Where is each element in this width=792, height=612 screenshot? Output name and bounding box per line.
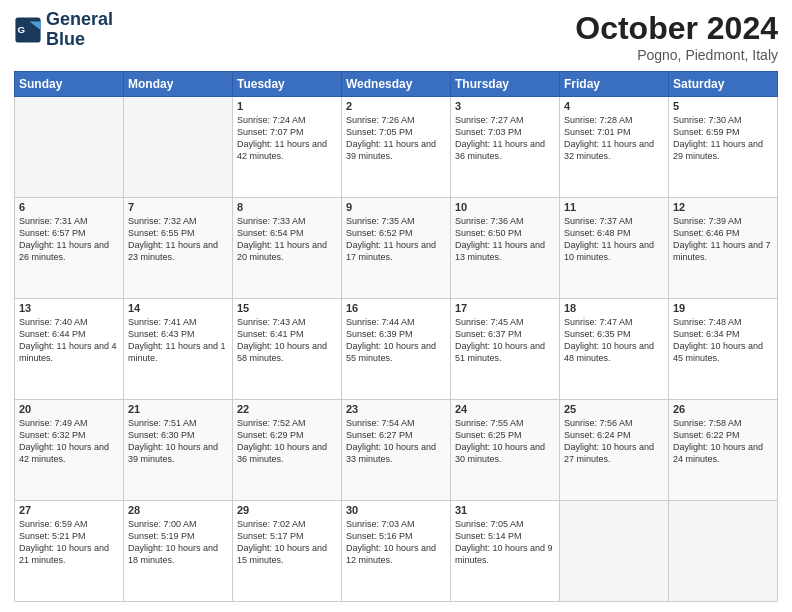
table-row: 29Sunrise: 7:02 AM Sunset: 5:17 PM Dayli… xyxy=(233,501,342,602)
cell-info: Sunrise: 7:39 AM Sunset: 6:46 PM Dayligh… xyxy=(673,215,773,264)
cell-info: Sunrise: 7:36 AM Sunset: 6:50 PM Dayligh… xyxy=(455,215,555,264)
day-number: 22 xyxy=(237,403,337,415)
calendar-week-row: 20Sunrise: 7:49 AM Sunset: 6:32 PM Dayli… xyxy=(15,400,778,501)
cell-info: Sunrise: 7:56 AM Sunset: 6:24 PM Dayligh… xyxy=(564,417,664,466)
cell-info: Sunrise: 7:37 AM Sunset: 6:48 PM Dayligh… xyxy=(564,215,664,264)
cell-info: Sunrise: 7:58 AM Sunset: 6:22 PM Dayligh… xyxy=(673,417,773,466)
table-row: 1Sunrise: 7:24 AM Sunset: 7:07 PM Daylig… xyxy=(233,97,342,198)
day-number: 6 xyxy=(19,201,119,213)
table-row: 20Sunrise: 7:49 AM Sunset: 6:32 PM Dayli… xyxy=(15,400,124,501)
cell-info: Sunrise: 7:27 AM Sunset: 7:03 PM Dayligh… xyxy=(455,114,555,163)
table-row: 12Sunrise: 7:39 AM Sunset: 6:46 PM Dayli… xyxy=(669,198,778,299)
table-row: 28Sunrise: 7:00 AM Sunset: 5:19 PM Dayli… xyxy=(124,501,233,602)
cell-info: Sunrise: 7:24 AM Sunset: 7:07 PM Dayligh… xyxy=(237,114,337,163)
table-row: 30Sunrise: 7:03 AM Sunset: 5:16 PM Dayli… xyxy=(342,501,451,602)
day-number: 21 xyxy=(128,403,228,415)
table-row xyxy=(669,501,778,602)
table-row xyxy=(124,97,233,198)
table-row: 8Sunrise: 7:33 AM Sunset: 6:54 PM Daylig… xyxy=(233,198,342,299)
table-row: 21Sunrise: 7:51 AM Sunset: 6:30 PM Dayli… xyxy=(124,400,233,501)
day-number: 29 xyxy=(237,504,337,516)
cell-info: Sunrise: 7:51 AM Sunset: 6:30 PM Dayligh… xyxy=(128,417,228,466)
col-thursday: Thursday xyxy=(451,72,560,97)
col-monday: Monday xyxy=(124,72,233,97)
day-number: 15 xyxy=(237,302,337,314)
table-row: 27Sunrise: 6:59 AM Sunset: 5:21 PM Dayli… xyxy=(15,501,124,602)
cell-info: Sunrise: 7:03 AM Sunset: 5:16 PM Dayligh… xyxy=(346,518,446,567)
cell-info: Sunrise: 7:44 AM Sunset: 6:39 PM Dayligh… xyxy=(346,316,446,365)
table-row: 19Sunrise: 7:48 AM Sunset: 6:34 PM Dayli… xyxy=(669,299,778,400)
cell-info: Sunrise: 7:55 AM Sunset: 6:25 PM Dayligh… xyxy=(455,417,555,466)
day-number: 4 xyxy=(564,100,664,112)
header: G GeneralBlue October 2024 Pogno, Piedmo… xyxy=(14,10,778,63)
cell-info: Sunrise: 7:32 AM Sunset: 6:55 PM Dayligh… xyxy=(128,215,228,264)
title-block: October 2024 Pogno, Piedmont, Italy xyxy=(575,10,778,63)
logo: G GeneralBlue xyxy=(14,10,113,50)
calendar-header-row: Sunday Monday Tuesday Wednesday Thursday… xyxy=(15,72,778,97)
table-row: 9Sunrise: 7:35 AM Sunset: 6:52 PM Daylig… xyxy=(342,198,451,299)
cell-info: Sunrise: 7:35 AM Sunset: 6:52 PM Dayligh… xyxy=(346,215,446,264)
table-row xyxy=(560,501,669,602)
day-number: 18 xyxy=(564,302,664,314)
day-number: 7 xyxy=(128,201,228,213)
calendar-week-row: 1Sunrise: 7:24 AM Sunset: 7:07 PM Daylig… xyxy=(15,97,778,198)
day-number: 30 xyxy=(346,504,446,516)
table-row: 2Sunrise: 7:26 AM Sunset: 7:05 PM Daylig… xyxy=(342,97,451,198)
table-row: 23Sunrise: 7:54 AM Sunset: 6:27 PM Dayli… xyxy=(342,400,451,501)
day-number: 14 xyxy=(128,302,228,314)
cell-info: Sunrise: 7:41 AM Sunset: 6:43 PM Dayligh… xyxy=(128,316,228,365)
day-number: 8 xyxy=(237,201,337,213)
table-row: 31Sunrise: 7:05 AM Sunset: 5:14 PM Dayli… xyxy=(451,501,560,602)
day-number: 19 xyxy=(673,302,773,314)
cell-info: Sunrise: 7:30 AM Sunset: 6:59 PM Dayligh… xyxy=(673,114,773,163)
cell-info: Sunrise: 7:45 AM Sunset: 6:37 PM Dayligh… xyxy=(455,316,555,365)
day-number: 17 xyxy=(455,302,555,314)
cell-info: Sunrise: 7:54 AM Sunset: 6:27 PM Dayligh… xyxy=(346,417,446,466)
day-number: 1 xyxy=(237,100,337,112)
cell-info: Sunrise: 7:05 AM Sunset: 5:14 PM Dayligh… xyxy=(455,518,555,567)
table-row: 17Sunrise: 7:45 AM Sunset: 6:37 PM Dayli… xyxy=(451,299,560,400)
table-row: 10Sunrise: 7:36 AM Sunset: 6:50 PM Dayli… xyxy=(451,198,560,299)
day-number: 24 xyxy=(455,403,555,415)
table-row: 5Sunrise: 7:30 AM Sunset: 6:59 PM Daylig… xyxy=(669,97,778,198)
sub-title: Pogno, Piedmont, Italy xyxy=(575,47,778,63)
calendar-week-row: 6Sunrise: 7:31 AM Sunset: 6:57 PM Daylig… xyxy=(15,198,778,299)
day-number: 9 xyxy=(346,201,446,213)
calendar: Sunday Monday Tuesday Wednesday Thursday… xyxy=(14,71,778,602)
day-number: 11 xyxy=(564,201,664,213)
cell-info: Sunrise: 7:48 AM Sunset: 6:34 PM Dayligh… xyxy=(673,316,773,365)
table-row: 24Sunrise: 7:55 AM Sunset: 6:25 PM Dayli… xyxy=(451,400,560,501)
table-row: 4Sunrise: 7:28 AM Sunset: 7:01 PM Daylig… xyxy=(560,97,669,198)
table-row: 6Sunrise: 7:31 AM Sunset: 6:57 PM Daylig… xyxy=(15,198,124,299)
day-number: 2 xyxy=(346,100,446,112)
day-number: 5 xyxy=(673,100,773,112)
day-number: 16 xyxy=(346,302,446,314)
logo-text: GeneralBlue xyxy=(46,10,113,50)
table-row: 22Sunrise: 7:52 AM Sunset: 6:29 PM Dayli… xyxy=(233,400,342,501)
cell-info: Sunrise: 7:33 AM Sunset: 6:54 PM Dayligh… xyxy=(237,215,337,264)
calendar-week-row: 27Sunrise: 6:59 AM Sunset: 5:21 PM Dayli… xyxy=(15,501,778,602)
table-row: 14Sunrise: 7:41 AM Sunset: 6:43 PM Dayli… xyxy=(124,299,233,400)
table-row: 3Sunrise: 7:27 AM Sunset: 7:03 PM Daylig… xyxy=(451,97,560,198)
cell-info: Sunrise: 7:28 AM Sunset: 7:01 PM Dayligh… xyxy=(564,114,664,163)
day-number: 13 xyxy=(19,302,119,314)
table-row: 15Sunrise: 7:43 AM Sunset: 6:41 PM Dayli… xyxy=(233,299,342,400)
cell-info: Sunrise: 7:43 AM Sunset: 6:41 PM Dayligh… xyxy=(237,316,337,365)
cell-info: Sunrise: 7:02 AM Sunset: 5:17 PM Dayligh… xyxy=(237,518,337,567)
day-number: 3 xyxy=(455,100,555,112)
day-number: 23 xyxy=(346,403,446,415)
svg-text:G: G xyxy=(18,24,26,35)
col-wednesday: Wednesday xyxy=(342,72,451,97)
table-row: 18Sunrise: 7:47 AM Sunset: 6:35 PM Dayli… xyxy=(560,299,669,400)
table-row: 11Sunrise: 7:37 AM Sunset: 6:48 PM Dayli… xyxy=(560,198,669,299)
day-number: 25 xyxy=(564,403,664,415)
table-row: 16Sunrise: 7:44 AM Sunset: 6:39 PM Dayli… xyxy=(342,299,451,400)
cell-info: Sunrise: 7:47 AM Sunset: 6:35 PM Dayligh… xyxy=(564,316,664,365)
day-number: 27 xyxy=(19,504,119,516)
calendar-week-row: 13Sunrise: 7:40 AM Sunset: 6:44 PM Dayli… xyxy=(15,299,778,400)
col-friday: Friday xyxy=(560,72,669,97)
cell-info: Sunrise: 7:52 AM Sunset: 6:29 PM Dayligh… xyxy=(237,417,337,466)
day-number: 28 xyxy=(128,504,228,516)
table-row: 25Sunrise: 7:56 AM Sunset: 6:24 PM Dayli… xyxy=(560,400,669,501)
day-number: 12 xyxy=(673,201,773,213)
